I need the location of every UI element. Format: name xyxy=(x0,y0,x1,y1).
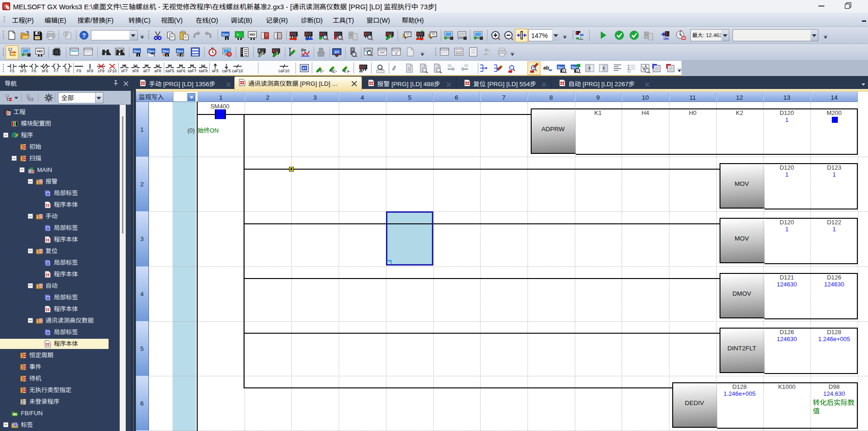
svg-text:ST: ST xyxy=(302,65,307,70)
svg-text:ST: ST xyxy=(334,49,339,54)
svg-text:Dev: Dev xyxy=(177,48,184,53)
svg-text:Dev: Dev xyxy=(134,48,141,53)
svg-text:Dev: Dev xyxy=(162,48,169,53)
svg-text:HO: HO xyxy=(37,48,43,53)
svg-text:ab: ab xyxy=(543,63,549,71)
svg-text:Dev: Dev xyxy=(148,48,155,53)
svg-text:[0]: [0] xyxy=(457,49,461,54)
svg-text:OK: OK xyxy=(663,36,669,40)
svg-text:>_: >_ xyxy=(237,32,241,37)
svg-text:HO: HO xyxy=(250,32,255,37)
svg-text:Dev: Dev xyxy=(222,32,229,37)
svg-text:?: ? xyxy=(82,31,86,39)
